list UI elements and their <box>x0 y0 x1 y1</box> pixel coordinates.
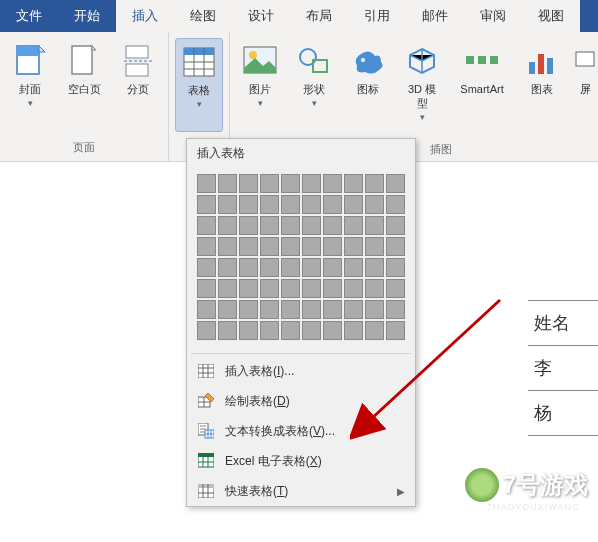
grid-cell[interactable] <box>302 237 321 256</box>
grid-cell[interactable] <box>344 258 363 277</box>
shapes-button[interactable]: 形状 ▾ <box>290 38 338 132</box>
tab-draw[interactable]: 绘图 <box>174 0 232 32</box>
tab-design[interactable]: 设计 <box>232 0 290 32</box>
grid-cell[interactable] <box>239 279 258 298</box>
tab-view[interactable]: 视图 <box>522 0 580 32</box>
tab-file[interactable]: 文件 <box>0 0 58 32</box>
table-grid-picker[interactable] <box>187 168 415 351</box>
grid-cell[interactable] <box>197 321 216 340</box>
grid-cell[interactable] <box>260 300 279 319</box>
grid-cell[interactable] <box>302 258 321 277</box>
icons-button[interactable]: 图标 <box>344 38 392 132</box>
grid-cell[interactable] <box>344 300 363 319</box>
grid-cell[interactable] <box>218 279 237 298</box>
grid-cell[interactable] <box>281 258 300 277</box>
menu-insert-table[interactable]: 插入表格(I)... <box>187 356 415 386</box>
grid-cell[interactable] <box>302 195 321 214</box>
3d-model-button[interactable]: 3D 模型 ▾ <box>398 38 446 132</box>
grid-cell[interactable] <box>323 321 342 340</box>
tab-layout[interactable]: 布局 <box>290 0 348 32</box>
screenshot-button[interactable]: 屏 <box>572 38 598 132</box>
grid-cell[interactable] <box>239 237 258 256</box>
grid-cell[interactable] <box>365 258 384 277</box>
grid-cell[interactable] <box>323 174 342 193</box>
grid-cell[interactable] <box>323 258 342 277</box>
grid-cell[interactable] <box>302 216 321 235</box>
grid-cell[interactable] <box>344 174 363 193</box>
tab-review[interactable]: 审阅 <box>464 0 522 32</box>
grid-cell[interactable] <box>302 279 321 298</box>
grid-cell[interactable] <box>197 174 216 193</box>
page-break-button[interactable]: 分页 <box>114 38 162 132</box>
grid-cell[interactable] <box>323 300 342 319</box>
grid-cell[interactable] <box>386 237 405 256</box>
grid-cell[interactable] <box>239 195 258 214</box>
grid-cell[interactable] <box>365 279 384 298</box>
grid-cell[interactable] <box>239 174 258 193</box>
grid-cell[interactable] <box>344 216 363 235</box>
grid-cell[interactable] <box>365 216 384 235</box>
table-button[interactable]: 表格 ▾ <box>175 38 223 132</box>
grid-cell[interactable] <box>197 195 216 214</box>
grid-cell[interactable] <box>365 300 384 319</box>
grid-cell[interactable] <box>281 300 300 319</box>
tab-home[interactable]: 开始 <box>58 0 116 32</box>
grid-cell[interactable] <box>344 279 363 298</box>
tab-insert[interactable]: 插入 <box>116 0 174 32</box>
grid-cell[interactable] <box>281 174 300 193</box>
grid-cell[interactable] <box>218 216 237 235</box>
grid-cell[interactable] <box>260 216 279 235</box>
chart-button[interactable]: 图表 <box>518 38 566 132</box>
grid-cell[interactable] <box>323 216 342 235</box>
grid-cell[interactable] <box>197 216 216 235</box>
grid-cell[interactable] <box>239 300 258 319</box>
grid-cell[interactable] <box>365 195 384 214</box>
grid-cell[interactable] <box>386 195 405 214</box>
grid-cell[interactable] <box>218 195 237 214</box>
grid-cell[interactable] <box>239 321 258 340</box>
grid-cell[interactable] <box>302 321 321 340</box>
grid-cell[interactable] <box>365 237 384 256</box>
grid-cell[interactable] <box>260 279 279 298</box>
grid-cell[interactable] <box>386 279 405 298</box>
grid-cell[interactable] <box>239 258 258 277</box>
grid-cell[interactable] <box>386 321 405 340</box>
grid-cell[interactable] <box>260 237 279 256</box>
grid-cell[interactable] <box>260 195 279 214</box>
grid-cell[interactable] <box>344 195 363 214</box>
tab-references[interactable]: 引用 <box>348 0 406 32</box>
grid-cell[interactable] <box>197 237 216 256</box>
grid-cell[interactable] <box>281 216 300 235</box>
grid-cell[interactable] <box>386 300 405 319</box>
blank-page-button[interactable]: 空白页 <box>60 38 108 132</box>
cover-page-button[interactable]: 封面 ▾ <box>6 38 54 132</box>
grid-cell[interactable] <box>323 237 342 256</box>
grid-cell[interactable] <box>386 174 405 193</box>
grid-cell[interactable] <box>281 279 300 298</box>
menu-convert-text[interactable]: 文本转换成表格(V)... <box>187 416 415 446</box>
grid-cell[interactable] <box>386 216 405 235</box>
menu-draw-table[interactable]: 绘制表格(D) <box>187 386 415 416</box>
grid-cell[interactable] <box>260 174 279 193</box>
grid-cell[interactable] <box>218 258 237 277</box>
grid-cell[interactable] <box>197 279 216 298</box>
grid-cell[interactable] <box>260 258 279 277</box>
grid-cell[interactable] <box>281 321 300 340</box>
grid-cell[interactable] <box>344 321 363 340</box>
tab-mailings[interactable]: 邮件 <box>406 0 464 32</box>
grid-cell[interactable] <box>302 174 321 193</box>
grid-cell[interactable] <box>218 300 237 319</box>
grid-cell[interactable] <box>197 258 216 277</box>
picture-button[interactable]: 图片 ▾ <box>236 38 284 132</box>
menu-quick-tables[interactable]: 快速表格(T) ▶ <box>187 476 415 506</box>
grid-cell[interactable] <box>281 237 300 256</box>
smartart-button[interactable]: SmartArt <box>452 38 512 132</box>
grid-cell[interactable] <box>365 321 384 340</box>
grid-cell[interactable] <box>323 195 342 214</box>
grid-cell[interactable] <box>386 258 405 277</box>
grid-cell[interactable] <box>365 174 384 193</box>
grid-cell[interactable] <box>302 300 321 319</box>
grid-cell[interactable] <box>218 321 237 340</box>
grid-cell[interactable] <box>344 237 363 256</box>
grid-cell[interactable] <box>197 300 216 319</box>
